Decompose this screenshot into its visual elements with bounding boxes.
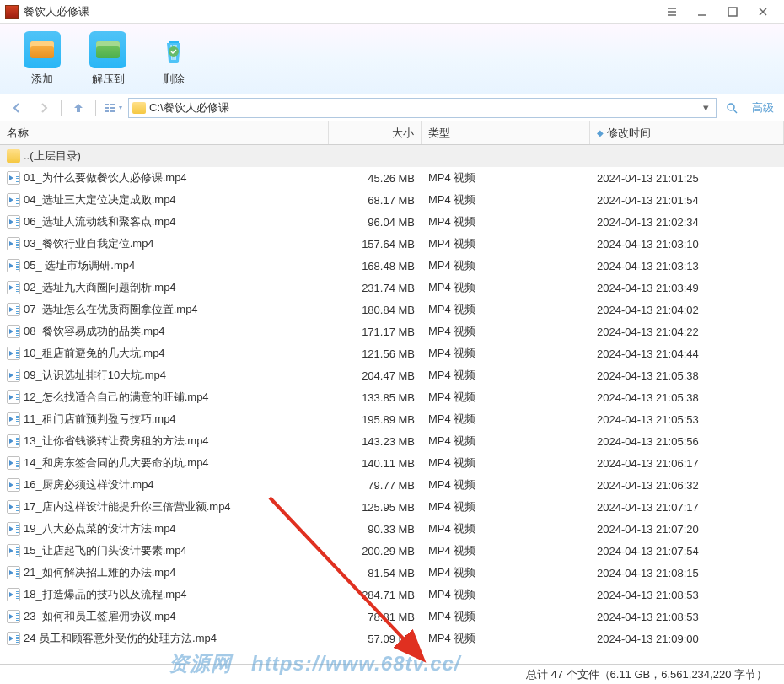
file-type: MP4 视频 <box>422 609 590 624</box>
delete-button[interactable]: 删除 <box>148 30 199 89</box>
file-row[interactable]: 05_ 选址市场调研.mp4168.48 MBMP4 视频2024-04-13 … <box>0 255 784 277</box>
path-input[interactable] <box>149 101 696 114</box>
file-row[interactable]: 09_认识选址排行10大坑.mp4204.47 MBMP4 视频2024-04-… <box>0 364 784 386</box>
video-file-icon <box>7 500 20 514</box>
file-size: 96.04 MB <box>329 216 422 229</box>
svg-rect-4 <box>105 110 109 112</box>
add-button[interactable]: 添加 <box>17 30 67 89</box>
file-row[interactable]: 15_让店起飞的门头设计要素.mp4200.29 MBMP4 视频2024-04… <box>0 540 784 562</box>
file-type: MP4 视频 <box>422 412 590 427</box>
file-row[interactable]: 23_如何和员工签雇佣协议.mp478.81 MBMP4 视频2024-04-1… <box>0 606 784 627</box>
file-row[interactable]: 01_为什么要做餐饮人必修课.mp445.26 MBMP4 视频2024-04-… <box>0 167 784 189</box>
navbar: ▾ ▾ 高级 <box>0 94 784 121</box>
file-date: 2024-04-13 21:05:38 <box>590 369 784 382</box>
file-name: 11_租门店前预判盈亏技巧.mp4 <box>24 412 176 427</box>
file-type: MP4 视频 <box>422 521 590 536</box>
video-file-icon <box>7 303 20 316</box>
maximize-button[interactable] <box>725 4 740 19</box>
file-row[interactable]: 06_选址人流动线和聚客点.mp496.04 MBMP4 视频2024-04-1… <box>0 211 784 233</box>
file-name: 03_餐饮行业自我定位.mp4 <box>24 236 154 251</box>
video-file-icon <box>7 610 20 623</box>
file-row[interactable]: 08_餐饮容易成功的品类.mp4171.17 MBMP4 视频2024-04-1… <box>0 320 784 342</box>
file-date: 2024-04-13 21:07:17 <box>590 501 784 514</box>
header-date[interactable]: ◆ 修改时间 <box>590 121 784 144</box>
file-row[interactable]: 14_和房东签合同的几大要命的坑.mp4140.11 MBMP4 视频2024-… <box>0 452 784 474</box>
video-file-icon <box>7 566 20 579</box>
svg-point-8 <box>728 104 734 110</box>
file-size: 284.71 MB <box>329 589 422 601</box>
file-size: 121.56 MB <box>329 347 422 360</box>
file-row[interactable]: 13_让你省钱谈转让费房租的方法.mp4143.23 MBMP4 视频2024-… <box>0 430 784 452</box>
file-size: 143.23 MB <box>329 435 422 448</box>
view-button[interactable]: ▾ <box>101 98 125 118</box>
sort-indicator-icon: ◆ <box>597 128 604 137</box>
video-file-icon <box>7 544 20 557</box>
minimize-button[interactable] <box>695 4 710 19</box>
file-type: MP4 视频 <box>422 170 590 186</box>
file-date: 2024-04-13 21:05:38 <box>590 391 784 404</box>
file-type: MP4 视频 <box>422 631 590 646</box>
app-icon <box>5 5 19 19</box>
file-size: 168.48 MB <box>329 260 422 272</box>
file-list[interactable]: ..(上层目录) 01_为什么要做餐饮人必修课.mp445.26 MBMP4 视… <box>0 145 784 663</box>
parent-directory-row[interactable]: ..(上层目录) <box>0 145 784 167</box>
add-label: 添加 <box>31 72 53 87</box>
file-date: 2024-04-13 21:03:13 <box>590 260 784 272</box>
file-row[interactable]: 16_厨房必须这样设计.mp479.77 MBMP4 视频2024-04-13 … <box>0 474 784 496</box>
svg-rect-5 <box>110 104 115 105</box>
status-bar: 总计 47 个文件（6.11 GB，6,561,234,220 字节） <box>0 664 784 684</box>
file-size: 125.95 MB <box>329 501 422 514</box>
file-row[interactable]: 12_怎么找适合自己的满意的旺铺.mp4133.85 MBMP4 视频2024-… <box>0 386 784 408</box>
forward-button[interactable] <box>32 98 56 118</box>
file-date: 2024-04-13 21:04:02 <box>590 304 784 316</box>
path-box[interactable]: ▾ <box>128 98 717 118</box>
extract-icon <box>89 31 126 68</box>
svg-rect-6 <box>110 107 115 109</box>
file-row[interactable]: 10_租店前避免的几大坑.mp4121.56 MBMP4 视频2024-04-1… <box>0 342 784 364</box>
header-type[interactable]: 类型 <box>422 121 590 144</box>
video-file-icon <box>7 412 20 426</box>
video-file-icon <box>7 588 20 601</box>
header-size[interactable]: 大小 <box>329 121 422 144</box>
file-row[interactable]: 11_租门店前预判盈亏技巧.mp4195.89 MBMP4 视频2024-04-… <box>0 408 784 430</box>
file-row[interactable]: 17_店内这样设计能提升你三倍营业额.mp4125.95 MBMP4 视频202… <box>0 496 784 518</box>
up-button[interactable] <box>67 98 90 118</box>
video-file-icon <box>7 632 20 645</box>
file-row[interactable]: 03_餐饮行业自我定位.mp4157.64 MBMP4 视频2024-04-13… <box>0 233 784 255</box>
file-date: 2024-04-13 21:03:49 <box>590 282 784 294</box>
file-row[interactable]: 21_如何解决招工难的办法.mp481.54 MBMP4 视频2024-04-1… <box>0 562 784 584</box>
file-name: 08_餐饮容易成功的品类.mp4 <box>24 324 165 339</box>
svg-rect-7 <box>110 110 115 112</box>
file-date: 2024-04-13 21:03:10 <box>590 238 784 250</box>
file-date: 2024-04-13 21:07:20 <box>590 523 784 536</box>
file-row[interactable]: 07_选址怎么在优质商圈拿位置.mp4180.84 MBMP4 视频2024-0… <box>0 299 784 320</box>
file-row[interactable]: 24 员工和顾客意外受伤的处理方法.mp457.09 MBMP4 视频2024-… <box>0 627 784 649</box>
file-type: MP4 视频 <box>422 214 590 229</box>
file-row[interactable]: 18_打造爆品的技巧以及流程.mp4284.71 MBMP4 视频2024-04… <box>0 584 784 606</box>
file-name: 07_选址怎么在优质商圈拿位置.mp4 <box>24 302 198 317</box>
header-name[interactable]: 名称 <box>0 121 329 144</box>
file-date: 2024-04-13 21:02:34 <box>590 216 784 229</box>
file-date: 2024-04-13 21:04:44 <box>590 347 784 360</box>
file-name: 18_打造爆品的技巧以及流程.mp4 <box>24 587 187 602</box>
status-text: 总计 47 个文件（6.11 GB，6,561,234,220 字节） <box>526 667 767 682</box>
file-size: 78.81 MB <box>329 611 422 623</box>
file-size: 195.89 MB <box>329 413 422 426</box>
file-row[interactable]: 19_八大必点菜的设计方法.mp490.33 MBMP4 视频2024-04-1… <box>0 518 784 540</box>
video-file-icon <box>7 193 20 207</box>
file-size: 68.17 MB <box>329 194 422 207</box>
extract-button[interactable]: 解压到 <box>83 30 133 89</box>
menu-button[interactable] <box>664 4 679 19</box>
advanced-link[interactable]: 高级 <box>747 100 779 116</box>
file-row[interactable]: 02_选址九大商圈问题剖析.mp4231.74 MBMP4 视频2024-04-… <box>0 277 784 299</box>
search-button[interactable] <box>720 98 744 118</box>
file-type: MP4 视频 <box>422 324 590 339</box>
file-size: 171.17 MB <box>329 326 422 338</box>
close-button[interactable] <box>755 4 771 19</box>
file-type: MP4 视频 <box>422 565 590 580</box>
file-type: MP4 视频 <box>422 258 590 273</box>
back-button[interactable] <box>5 98 29 118</box>
file-row[interactable]: 04_选址三大定位决定成败.mp468.17 MBMP4 视频2024-04-1… <box>0 189 784 211</box>
file-date: 2024-04-13 21:04:22 <box>590 326 784 338</box>
path-dropdown[interactable]: ▾ <box>700 101 712 114</box>
